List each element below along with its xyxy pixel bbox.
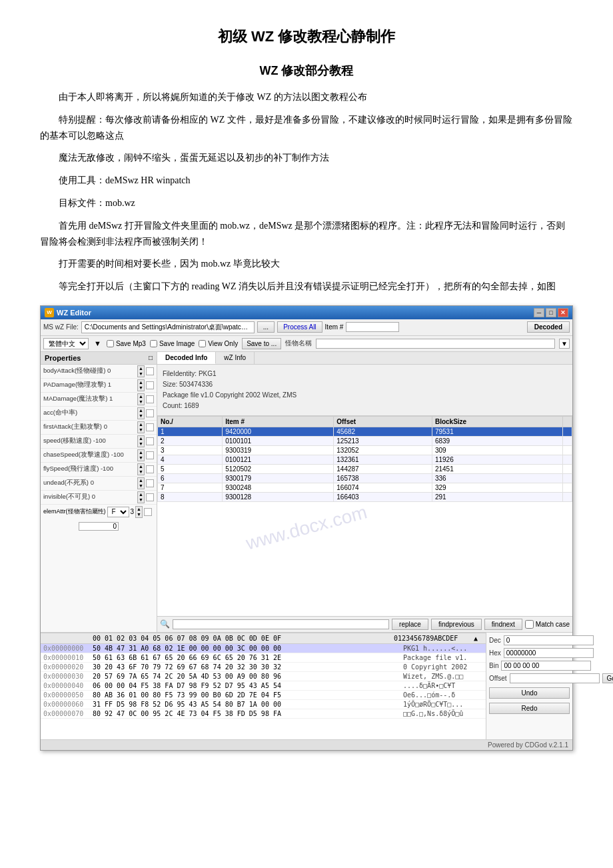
hex-header-addr bbox=[43, 635, 93, 642]
hex-row[interactable]: 0x00000060 31 FF D5 98 F8 52 D6 95 43 A5… bbox=[41, 700, 486, 709]
decoded-button[interactable]: Decoded bbox=[527, 321, 570, 333]
undo-button[interactable]: Undo bbox=[489, 687, 570, 699]
table-row[interactable]: 2 0100101 125213 6839 bbox=[158, 436, 572, 445]
prop-check-6[interactable] bbox=[146, 451, 154, 459]
prop-spin-7[interactable]: ▲▼ bbox=[137, 463, 145, 475]
monster-name-dropdown[interactable]: ▼ bbox=[559, 339, 570, 349]
offset-input[interactable] bbox=[510, 673, 600, 683]
save-mp3-checkbox[interactable] bbox=[107, 340, 114, 347]
prop-spin-4[interactable]: ▲▼ bbox=[137, 421, 145, 433]
elem-row: elemAttr(怪物害怕屬性) F 3 ▲▼ bbox=[41, 505, 157, 519]
table-row[interactable]: 8 9300128 166403 291 bbox=[158, 492, 572, 501]
hex-row[interactable]: 0x00000050 80 AB 36 01 00 80 F5 73 99 00… bbox=[41, 691, 486, 700]
bin-input[interactable] bbox=[501, 661, 591, 671]
bottom-value-input[interactable] bbox=[79, 522, 119, 531]
hex-bytes: 80 92 47 0C 00 95 2C 4E 73 04 F5 38 FD D… bbox=[93, 710, 403, 717]
hex-addr: 0x00000040 bbox=[43, 682, 93, 689]
prop-check-8[interactable] bbox=[146, 479, 154, 487]
table-row[interactable]: 1 9420000 45682 79531 bbox=[158, 427, 572, 436]
paragraph-6: 首先用 deMSwz 打开冒险文件夹里面的 mob.wz，deMSwz 是那个漂… bbox=[40, 218, 573, 250]
prop-check-5[interactable] bbox=[146, 437, 154, 445]
prop-check-9[interactable] bbox=[146, 493, 154, 501]
elem-select[interactable]: F bbox=[107, 507, 129, 517]
redo-button[interactable]: Redo bbox=[489, 703, 570, 714]
prop-check-3[interactable] bbox=[146, 409, 154, 417]
view-only-checkbox[interactable] bbox=[199, 340, 206, 347]
file-browse-button[interactable]: ... bbox=[257, 321, 275, 333]
col-item: Item # bbox=[223, 416, 334, 427]
cell-offset: 144287 bbox=[334, 464, 432, 473]
prop-row-2: MADamage(魔法攻擊) 1 ▲▼ bbox=[41, 393, 157, 407]
close-button[interactable]: ✕ bbox=[558, 308, 568, 317]
prop-check-0[interactable] bbox=[146, 367, 154, 375]
prop-spin-1[interactable]: ▲▼ bbox=[137, 379, 145, 391]
properties-header: Properties □ bbox=[41, 352, 157, 365]
tab-decoded-info[interactable]: Decoded Info bbox=[157, 352, 216, 364]
prop-name-9: invisible(不可見) 0 bbox=[43, 493, 136, 501]
main-area: Properties □ bodyAttack(怪物碰撞) 0 ▲▼ PADam… bbox=[41, 352, 572, 632]
prop-check-1[interactable] bbox=[146, 381, 154, 389]
prop-row-9: invisible(不可見) 0 ▲▼ bbox=[41, 491, 157, 505]
hex-row[interactable]: 0x00000010 50 61 63 6B 61 67 65 20 66 69… bbox=[41, 653, 486, 663]
cell-blocksize: 329 bbox=[432, 483, 562, 492]
minimize-button[interactable]: ─ bbox=[534, 308, 544, 317]
prop-spin-9[interactable]: ▲▼ bbox=[137, 491, 145, 503]
prop-spin-8[interactable]: ▲▼ bbox=[137, 477, 145, 489]
hex-row[interactable]: 0x00000020 30 20 43 6F 70 79 72 69 67 68… bbox=[41, 663, 486, 672]
cell-scroll bbox=[563, 445, 572, 455]
cell-item: 0100101 bbox=[223, 436, 334, 445]
match-case-checkbox[interactable] bbox=[525, 620, 534, 629]
prop-spin-0[interactable]: ▲▼ bbox=[137, 365, 145, 377]
prop-check-4[interactable] bbox=[146, 423, 154, 431]
table-row[interactable]: 5 5120502 144287 21451 bbox=[158, 464, 572, 473]
search-bar: 🔍 replace findprevious findnext Match ca… bbox=[157, 616, 572, 632]
hex-row[interactable]: 0x00000030 20 57 69 7A 65 74 2C 20 5A 4D… bbox=[41, 672, 486, 681]
replace-button[interactable]: replace bbox=[392, 619, 428, 630]
language-select[interactable]: 繁體中文 bbox=[43, 338, 89, 349]
process-all-button[interactable]: Process All bbox=[277, 321, 322, 333]
hex-body: 0x00000000 50 4B 47 31 A0 68 02 1E 00 00… bbox=[41, 644, 486, 719]
hex-row[interactable]: 0x00000040 06 00 00 04 F5 38 FA D7 98 F9… bbox=[41, 681, 486, 691]
tab-wz-info[interactable]: wZ Info bbox=[216, 352, 255, 364]
monster-name-input[interactable] bbox=[316, 339, 555, 349]
prop-spin-5[interactable]: ▲▼ bbox=[137, 435, 145, 447]
info-panel: Dec Hex Bin Offset Go Undo Redo bbox=[486, 633, 572, 739]
hex-input[interactable] bbox=[504, 648, 594, 658]
table-container[interactable]: No./ Item # Offset BlockSize 1 9420000 4… bbox=[157, 416, 572, 616]
file-path: C:\Documents and Settings\Administrator\… bbox=[81, 321, 255, 333]
save-image-checkbox[interactable] bbox=[150, 340, 157, 347]
go-button[interactable]: Go bbox=[602, 673, 614, 683]
prop-spin-2[interactable]: ▲▼ bbox=[137, 393, 145, 405]
find-prev-button[interactable]: findprevious bbox=[431, 619, 482, 630]
offset-row: Offset Go bbox=[489, 673, 570, 683]
save-to-button[interactable]: Save to ... bbox=[242, 338, 281, 349]
hex-bytes: 30 20 43 6F 70 79 72 69 67 68 74 20 32 3… bbox=[93, 663, 403, 671]
table-row[interactable]: 3 9300319 132052 309 bbox=[158, 445, 572, 455]
table-row[interactable]: 6 9300179 165738 336 bbox=[158, 473, 572, 483]
search-icon[interactable]: 🔍 bbox=[160, 619, 170, 629]
elem-check[interactable] bbox=[144, 508, 152, 516]
cell-no: 3 bbox=[158, 445, 223, 455]
paragraph-7: 打开需要的时间相对要长些，因为 mob.wz 毕竟比较大 bbox=[40, 256, 573, 272]
prop-spin-3[interactable]: ▲▼ bbox=[137, 407, 145, 419]
search-input[interactable] bbox=[173, 619, 389, 629]
properties-icon[interactable]: □ bbox=[149, 354, 153, 361]
cell-blocksize: 309 bbox=[432, 445, 562, 455]
prop-check-2[interactable] bbox=[146, 395, 154, 403]
cell-scroll bbox=[563, 427, 572, 436]
table-row[interactable]: 7 9300248 166074 329 bbox=[158, 483, 572, 492]
cell-offset: 132052 bbox=[334, 445, 432, 455]
elem-spin[interactable]: ▲▼ bbox=[135, 506, 143, 518]
maximize-button[interactable]: □ bbox=[546, 308, 556, 317]
item-hash-input[interactable] bbox=[346, 322, 399, 332]
match-case-label: Match case bbox=[525, 620, 570, 629]
col-offset: Offset bbox=[334, 416, 432, 427]
dec-input[interactable] bbox=[504, 635, 594, 645]
hex-row[interactable]: 0x00000000 50 4B 47 31 A0 68 02 1E 00 00… bbox=[41, 644, 486, 653]
find-next-button[interactable]: findnext bbox=[484, 619, 522, 630]
hex-row[interactable]: 0x00000070 80 92 47 0C 00 95 2C 4E 73 04… bbox=[41, 709, 486, 719]
count: Count: 1689 bbox=[163, 401, 567, 411]
prop-spin-6[interactable]: ▲▼ bbox=[137, 449, 145, 461]
table-row[interactable]: 4 0100121 132361 11926 bbox=[158, 455, 572, 464]
prop-check-7[interactable] bbox=[146, 465, 154, 473]
